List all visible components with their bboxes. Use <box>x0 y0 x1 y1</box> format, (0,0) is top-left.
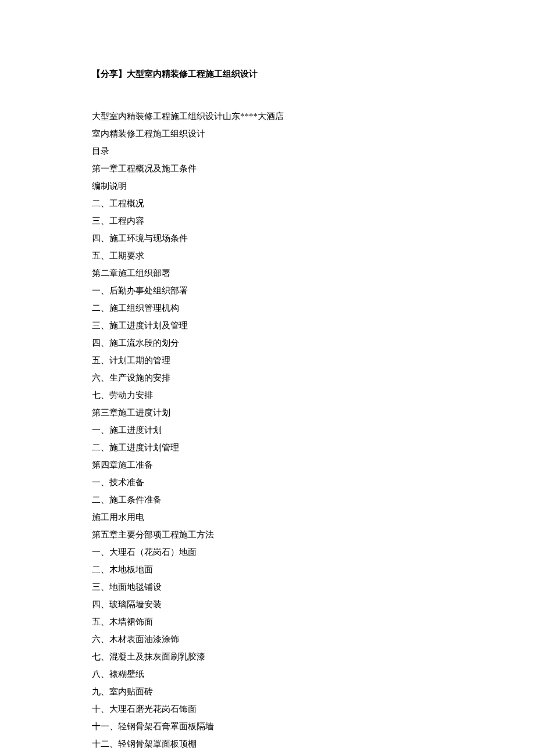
content-line: 一、大理石（花岗石）地面 <box>92 543 443 561</box>
content-line: 十一、轻钢骨架石膏罩面板隔墙 <box>92 718 443 735</box>
content-line: 八、裱糊壁纸 <box>92 665 443 683</box>
content-line: 五、工期要求 <box>92 247 443 264</box>
content-line: 大型室内精装修工程施工组织设计山东****大酒店 <box>92 108 443 125</box>
content-line: 二、施工组织管理机构 <box>92 299 443 317</box>
content-line: 第一章工程概况及施工条件 <box>92 160 443 177</box>
content-line: 九、室内贴面砖 <box>92 683 443 700</box>
content-line: 室内精装修工程施工组织设计 <box>92 125 443 142</box>
content-line: 二、木地板地面 <box>92 561 443 578</box>
content-line: 五、计划工期的管理 <box>92 352 443 369</box>
content-line: 六、生产设施的安排 <box>92 369 443 386</box>
content-line: 二、施工条件准备 <box>92 491 443 508</box>
content-line: 编制说明 <box>92 177 443 195</box>
content-line: 四、玻璃隔墙安装 <box>92 596 443 613</box>
content-line: 三、地面地毯铺设 <box>92 578 443 596</box>
content-line: 三、施工进度计划及管理 <box>92 317 443 334</box>
document-title: 【分享】大型室内精装修工程施工组织设计 <box>92 69 443 80</box>
content-line: 第五章主要分部项工程施工方法 <box>92 526 443 543</box>
content-line: 第三章施工进度计划 <box>92 404 443 421</box>
content-line: 一、后勤办事处组织部署 <box>92 282 443 299</box>
content-line: 三、工程内容 <box>92 212 443 230</box>
content-line: 十、大理石磨光花岗石饰面 <box>92 700 443 718</box>
content-line: 施工用水用电 <box>92 508 443 526</box>
content-line: 一、技术准备 <box>92 474 443 491</box>
content-line: 四、施工流水段的划分 <box>92 334 443 352</box>
content-line: 目录 <box>92 142 443 160</box>
content-line: 七、劳动力安排 <box>92 386 443 404</box>
content-line: 二、工程概况 <box>92 195 443 212</box>
content-line: 十二、轻钢骨架罩面板顶棚 <box>92 735 443 753</box>
content-line: 六、木材表面油漆涂饰 <box>92 630 443 648</box>
content-line: 四、施工环境与现场条件 <box>92 230 443 247</box>
content-line: 第四章施工准备 <box>92 456 443 474</box>
document-content: 大型室内精装修工程施工组织设计山东****大酒店 室内精装修工程施工组织设计 目… <box>92 108 443 756</box>
content-line: 一、施工进度计划 <box>92 421 443 439</box>
content-line: 二、施工进度计划管理 <box>92 439 443 456</box>
content-line: 第二章施工组织部署 <box>92 264 443 282</box>
content-line: 五、木墙裙饰面 <box>92 613 443 630</box>
content-line: 十三、木骨架罩面板顶棚 <box>92 753 443 756</box>
content-line: 七、混凝土及抹灰面刷乳胶漆 <box>92 648 443 665</box>
